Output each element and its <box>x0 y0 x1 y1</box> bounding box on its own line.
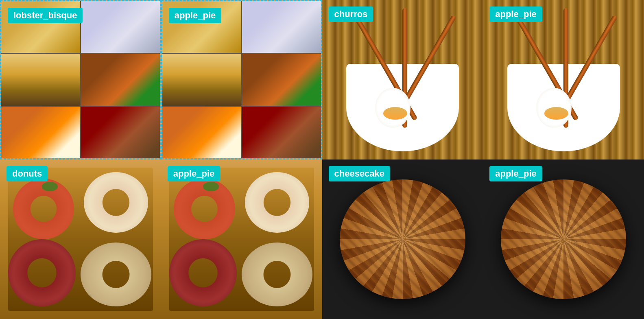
collage-image-fries <box>1 54 80 105</box>
cheesecake-background-2 <box>483 160 644 319</box>
food-label-apple-pie-1: apple_pie <box>169 8 221 23</box>
food-cell-cheesecake: cheesecake <box>322 160 483 319</box>
collage-image-soup-2 <box>162 107 241 158</box>
food-label-churros: churros <box>329 7 373 22</box>
donut-3-ring <box>8 239 76 306</box>
food-label-lobster-bisque: lobster_bisque <box>8 8 83 23</box>
food-cell-apple-pie-3: apple_pie <box>161 160 322 319</box>
collage-grid-2 <box>162 1 321 158</box>
food-cell-apple-pie-4: apple_pie <box>483 160 644 319</box>
donuts-background <box>0 160 161 319</box>
donut-3b-ring <box>169 239 237 306</box>
cheesecake-background <box>322 160 483 319</box>
churros-caramel <box>383 107 407 120</box>
collage-grid <box>1 1 160 158</box>
churros-caramel-2 <box>544 107 568 120</box>
donut-2-ring <box>84 172 148 233</box>
cheesecake-disc-2 <box>501 179 627 299</box>
collage-image-sandwich-2 <box>242 54 321 105</box>
churros-background <box>322 0 483 160</box>
food-label-apple-pie-4: apple_pie <box>489 166 542 181</box>
food-cell-apple-pie-1: apple_pie <box>161 0 322 160</box>
churros-background-2 <box>483 0 644 160</box>
donut-2b-ring <box>245 172 309 233</box>
cheesecake-disc <box>340 179 465 299</box>
food-label-donuts: donuts <box>7 166 48 181</box>
food-label-apple-pie-2: apple_pie <box>489 7 542 22</box>
swirl-overlay-2 <box>501 179 627 299</box>
collage-image-meat-2 <box>242 107 321 158</box>
collage-image-meat <box>81 107 160 158</box>
collage-image-soup <box>1 107 80 158</box>
collage-image-wine-2 <box>81 1 160 53</box>
food-label-apple-pie-3: apple_pie <box>168 166 220 181</box>
swirl-overlay <box>340 179 465 299</box>
donuts-background-2 <box>161 160 322 319</box>
food-cell-churros: churros <box>322 0 483 160</box>
food-cell-apple-pie-2: apple_pie <box>483 0 644 160</box>
collage-image-fries-2 <box>162 54 241 105</box>
food-label-cheesecake: cheesecake <box>329 166 391 181</box>
collage-image-wine-4 <box>242 1 321 53</box>
donut-4b-ring <box>242 243 312 306</box>
donut-4-ring <box>81 243 151 306</box>
collage-image-sandwich <box>81 54 160 105</box>
food-cell-donuts: donuts <box>0 160 161 319</box>
food-cell-lobster-bisque: lobster_bisque <box>0 0 161 160</box>
